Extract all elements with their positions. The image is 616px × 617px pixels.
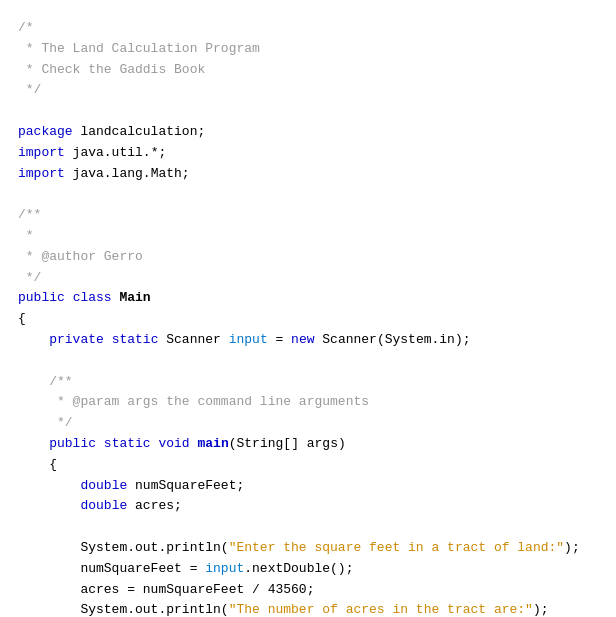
line-29: System.out.println("The number of acres …: [10, 600, 606, 617]
line-4: */: [10, 80, 606, 101]
line-14: public class Main: [10, 288, 606, 309]
line-24: double acres;: [10, 496, 606, 517]
line-23: double numSquareFeet;: [10, 476, 606, 497]
line-1: /*: [10, 18, 606, 39]
line-20: */: [10, 413, 606, 434]
line-26: System.out.println("Enter the square fee…: [10, 538, 606, 559]
line-10: /**: [10, 205, 606, 226]
line-27: numSquareFeet = input.nextDouble();: [10, 559, 606, 580]
line-12: * @author Gerro: [10, 247, 606, 268]
line-8: import java.lang.Math;: [10, 164, 606, 185]
line-17: [10, 351, 606, 372]
line-5: [10, 101, 606, 122]
line-25: [10, 517, 606, 538]
line-11: *: [10, 226, 606, 247]
line-3: * Check the Gaddis Book: [10, 60, 606, 81]
line-16: private static Scanner input = new Scann…: [10, 330, 606, 351]
line-13: */: [10, 268, 606, 289]
line-18: /**: [10, 372, 606, 393]
line-6: package landcalculation;: [10, 122, 606, 143]
code-editor: /* * The Land Calculation Program * Chec…: [10, 10, 606, 617]
line-19: * @param args the command line arguments: [10, 392, 606, 413]
line-2: * The Land Calculation Program: [10, 39, 606, 60]
line-22: {: [10, 455, 606, 476]
line-9: [10, 184, 606, 205]
line-21: public static void main(String[] args): [10, 434, 606, 455]
line-15: {: [10, 309, 606, 330]
line-28: acres = numSquareFeet / 43560;: [10, 580, 606, 601]
line-7: import java.util.*;: [10, 143, 606, 164]
